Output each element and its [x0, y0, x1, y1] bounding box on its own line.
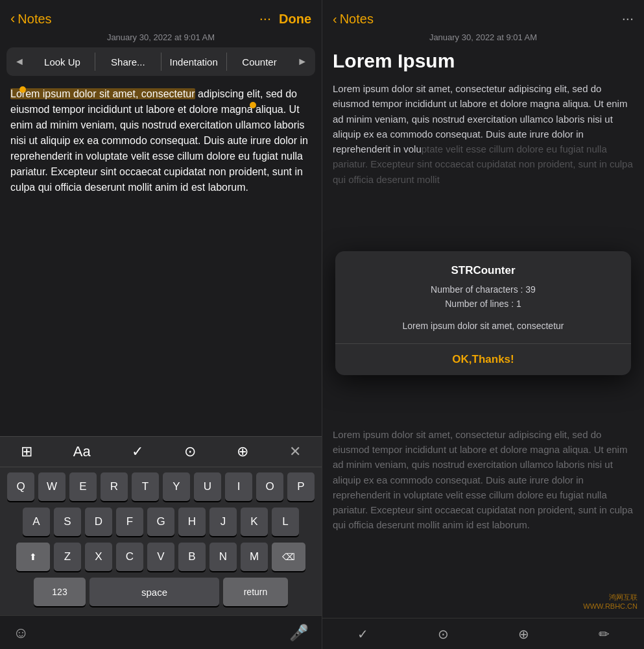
key-h[interactable]: H — [178, 508, 206, 536]
right-header: ‹ Notes ··· — [322, 0, 644, 32]
menu-right-arrow[interactable]: ► — [292, 56, 313, 67]
right-note-area: Lorem Ipsum Lorem ipsum dolor sit amet, … — [322, 50, 644, 618]
emoji-icon[interactable]: ☺ — [13, 624, 29, 642]
right-back-label: Notes — [340, 12, 374, 27]
menu-item-counter[interactable]: Counter — [227, 51, 292, 73]
close-icon[interactable]: ✕ — [289, 443, 301, 460]
mic-icon[interactable]: 🎤 — [289, 624, 309, 642]
left-panel: ‹ Notes ··· Done January 30, 2022 at 9:0… — [0, 0, 322, 649]
right-back-button[interactable]: ‹ Notes — [333, 12, 374, 27]
dialog-chars: Number of characters : 39 — [346, 282, 621, 297]
keyboard: Q W E R T Y U I O P A S D F G H J K L ⬆ … — [0, 467, 322, 615]
key-m[interactable]: M — [241, 543, 268, 571]
watermark-text: 鸿网互联WWW.RBHC.CN — [583, 593, 638, 610]
left-date: January 30, 2022 at 9:01 AM — [0, 32, 322, 42]
key-b[interactable]: B — [178, 543, 206, 571]
key-l[interactable]: L — [272, 508, 299, 536]
key-v[interactable]: V — [147, 543, 174, 571]
dialog-lines: Number of lines : 1 — [346, 297, 621, 311]
selected-text: Lorem ipsum dolor sit amet, consectetur — [10, 88, 195, 99]
key-a[interactable]: A — [23, 508, 50, 536]
keyboard-row-1: Q W E R T Y U I O P — [3, 472, 319, 501]
menu-item-share[interactable]: Share... — [95, 51, 160, 73]
key-e[interactable]: E — [69, 472, 97, 501]
dialog-title: STRCounter — [346, 264, 621, 277]
keyboard-row-2: A S D F G H J K L — [3, 508, 319, 536]
right-checklist-icon[interactable]: ✓ — [357, 626, 368, 642]
key-g[interactable]: G — [147, 508, 174, 536]
note-text[interactable]: Lorem ipsum dolor sit amet, consectetur … — [10, 86, 311, 195]
key-j[interactable]: J — [209, 508, 237, 536]
right-back-chevron-icon: ‹ — [333, 12, 337, 27]
note-body-bottom: Lorem ipsum dolor sit amet, consectetur … — [333, 427, 634, 533]
editor-toolbar: ⊞ Aa ✓ ⊙ ⊕ ✕ — [0, 436, 322, 467]
right-date: January 30, 2022 at 9:01 AM — [322, 32, 644, 42]
key-n[interactable]: N — [209, 543, 237, 571]
back-label: Notes — [18, 12, 51, 27]
done-button[interactable]: Done — [279, 12, 311, 27]
key-r[interactable]: R — [101, 472, 128, 501]
note-body-top: Lorem ipsum dolor sit amet, consectetur … — [333, 81, 634, 187]
dialog-stats: Number of characters : 39 Number of line… — [346, 282, 621, 312]
shift-key[interactable]: ⬆ — [16, 543, 50, 571]
dialog-selected-text: Lorem ipsum dolor sit amet, consectetur — [346, 319, 621, 333]
key-p[interactable]: P — [287, 472, 315, 501]
key-t[interactable]: T — [132, 472, 159, 501]
keyboard-row-3: ⬆ Z X C V B N M ⌫ — [3, 543, 319, 571]
right-more-options-button[interactable]: ··· — [622, 10, 634, 27]
cursor-handle-left — [19, 86, 26, 93]
note-title: Lorem Ipsum — [333, 50, 634, 72]
camera-icon[interactable]: ⊙ — [184, 443, 196, 460]
table-icon[interactable]: ⊞ — [21, 443, 32, 460]
strcounter-dialog: STRCounter Number of characters : 39 Num… — [335, 251, 631, 375]
bottom-bar: ☺ 🎤 — [0, 615, 322, 649]
right-toolbar: ✓ ⊙ ⊕ ✏ — [322, 618, 644, 649]
key-f[interactable]: F — [116, 508, 143, 536]
key-o[interactable]: O — [256, 472, 283, 501]
key-d[interactable]: D — [85, 508, 112, 536]
numbers-key[interactable]: 123 — [34, 578, 86, 606]
right-compose-icon[interactable]: ✏ — [599, 626, 610, 642]
return-key[interactable]: return — [223, 578, 288, 606]
key-x[interactable]: X — [85, 543, 112, 571]
keyboard-row-4: 123 space return — [3, 578, 319, 606]
cursor-handle-right — [250, 102, 256, 108]
note-area[interactable]: Lorem ipsum dolor sit amet, consectetur … — [0, 81, 322, 436]
back-button[interactable]: ‹ Notes — [10, 10, 52, 27]
header-right-buttons: ··· Done — [259, 10, 311, 27]
key-s[interactable]: S — [54, 508, 81, 536]
dialog-ok-button[interactable]: OK,Thanks! — [346, 344, 621, 375]
watermark: 鸿网互联WWW.RBHC.CN — [583, 593, 638, 610]
font-icon[interactable]: Aa — [73, 443, 91, 460]
key-y[interactable]: Y — [163, 472, 190, 501]
menu-item-lookup[interactable]: Look Up — [30, 51, 95, 73]
right-camera-icon[interactable]: ⊙ — [438, 626, 449, 642]
key-u[interactable]: U — [194, 472, 221, 501]
menu-item-indentation[interactable]: Indentation — [161, 51, 226, 73]
key-w[interactable]: W — [38, 472, 66, 501]
key-i[interactable]: I — [225, 472, 252, 501]
context-menu-bar: ◄ Look Up Share... Indentation Counter ► — [6, 47, 315, 76]
delete-key[interactable]: ⌫ — [272, 543, 305, 571]
right-panel: ‹ Notes ··· January 30, 2022 at 9:01 AM … — [322, 0, 644, 649]
space-key[interactable]: space — [89, 578, 219, 606]
key-c[interactable]: C — [116, 543, 143, 571]
key-z[interactable]: Z — [54, 543, 81, 571]
menu-left-arrow[interactable]: ◄ — [9, 56, 30, 67]
right-pencil-icon[interactable]: ⊕ — [518, 626, 529, 642]
key-q[interactable]: Q — [7, 472, 34, 501]
key-k[interactable]: K — [241, 508, 268, 536]
left-header: ‹ Notes ··· Done — [0, 0, 322, 32]
pencil-icon[interactable]: ⊕ — [237, 443, 248, 460]
back-chevron-icon: ‹ — [10, 10, 15, 27]
checklist-icon[interactable]: ✓ — [132, 443, 143, 460]
more-options-button[interactable]: ··· — [259, 10, 271, 27]
